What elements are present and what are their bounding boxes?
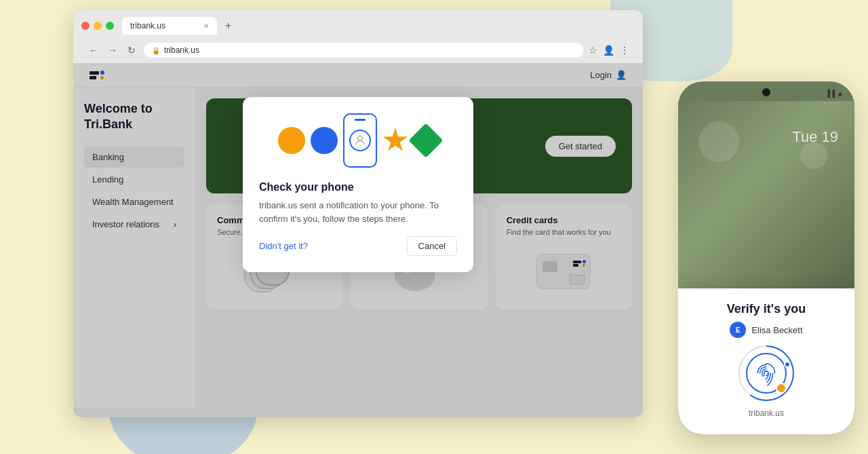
- phone-avatar-icon: [349, 130, 371, 151]
- browser-chrome: tribank.us ✕ + ← → ↻ 🔒 tribank.us ☆ 👤 ⋮: [73, 10, 643, 63]
- notif-user-name: Elisa Beckett: [751, 325, 802, 335]
- ssl-lock-icon: 🔒: [152, 47, 160, 54]
- phone-time-widget: Tue 19: [792, 128, 838, 146]
- browser-tabs: tribank.us ✕ +: [122, 17, 237, 35]
- petal-2: [800, 142, 827, 169]
- wifi-icon: ▲: [837, 90, 844, 97]
- menu-icon[interactable]: ⋮: [620, 45, 629, 56]
- cancel-button[interactable]: Cancel: [407, 236, 457, 256]
- browser-addressbar: ← → ↻ 🔒 tribank.us ☆ 👤 ⋮: [81, 40, 635, 60]
- phone-screen: ▐▐ ▲ Tue 19 Verify it's you E Elisa Beck…: [678, 81, 854, 434]
- phone-notification-card: Verify it's you E Elisa Beckett: [678, 288, 854, 434]
- browser-action-buttons: ☆ 👤 ⋮: [589, 45, 629, 56]
- modal-icons-row: [259, 113, 457, 168]
- address-bar[interactable]: 🔒 tribank.us: [144, 43, 583, 58]
- modal-icon-orange-circle: [278, 127, 305, 154]
- phone-notch: [355, 119, 366, 121]
- traffic-light-green[interactable]: [106, 22, 114, 30]
- signal-bars-icon: ▐▐: [825, 90, 835, 97]
- bookmark-icon[interactable]: ☆: [589, 45, 597, 56]
- didnt-get-it-link[interactable]: Didn't get it?: [259, 241, 308, 251]
- browser-content: Login 👤 Welcome to Tri.Bank Banking Lend…: [73, 63, 643, 417]
- traffic-light-yellow[interactable]: [94, 22, 102, 30]
- traffic-lights: [81, 22, 114, 30]
- check-phone-modal: Check your phone tribank.us sent a notif…: [243, 97, 473, 272]
- notif-fingerprint-area: [692, 346, 841, 400]
- notif-site-label: tribank.us: [692, 409, 841, 418]
- notif-title: Verify it's you: [692, 302, 841, 316]
- profile-icon[interactable]: 👤: [603, 45, 614, 56]
- browser-window: tribank.us ✕ + ← → ↻ 🔒 tribank.us ☆ 👤 ⋮: [73, 10, 643, 417]
- modal-actions: Didn't get it? Cancel: [259, 236, 457, 256]
- nav-refresh-button[interactable]: ↻: [125, 43, 138, 57]
- modal-icon-orange-cross: [382, 128, 408, 153]
- phone-device: ▐▐ ▲ Tue 19 Verify it's you E Elisa Beck…: [678, 81, 854, 434]
- new-tab-button[interactable]: +: [220, 20, 237, 32]
- notif-user-row: E Elisa Beckett: [692, 322, 841, 338]
- fingerprint-blue-dot: [784, 361, 791, 368]
- browser-controls: tribank.us ✕ +: [81, 17, 635, 35]
- fingerprint-svg: [753, 360, 779, 386]
- modal-body-text: tribank.us sent a notification to your p…: [259, 199, 457, 225]
- svg-point-0: [358, 136, 363, 140]
- nav-back-button[interactable]: ←: [87, 43, 100, 57]
- modal-icon-blue-circle: [311, 127, 338, 154]
- traffic-light-red[interactable]: [81, 22, 90, 30]
- modal-overlay: Check your phone tribank.us sent a notif…: [73, 63, 643, 417]
- nav-forward-button[interactable]: →: [106, 43, 119, 57]
- notif-user-avatar: E: [730, 322, 746, 338]
- tab-title: tribank.us: [130, 21, 165, 31]
- address-text: tribank.us: [164, 45, 199, 55]
- petal-1: [698, 121, 739, 162]
- fingerprint-orange-dot: [776, 383, 787, 394]
- modal-title: Check your phone: [259, 181, 457, 193]
- browser-tab-active[interactable]: tribank.us ✕: [122, 17, 217, 35]
- modal-phone-icon: [343, 113, 377, 168]
- phone-signal-area: ▐▐ ▲: [825, 90, 844, 97]
- fingerprint-inner-ring: [746, 353, 787, 394]
- modal-icon-green-diamond: [409, 124, 443, 158]
- phone-camera: [762, 88, 770, 96]
- tab-close-button[interactable]: ✕: [203, 22, 209, 30]
- fingerprint-outer-ring: [739, 346, 793, 400]
